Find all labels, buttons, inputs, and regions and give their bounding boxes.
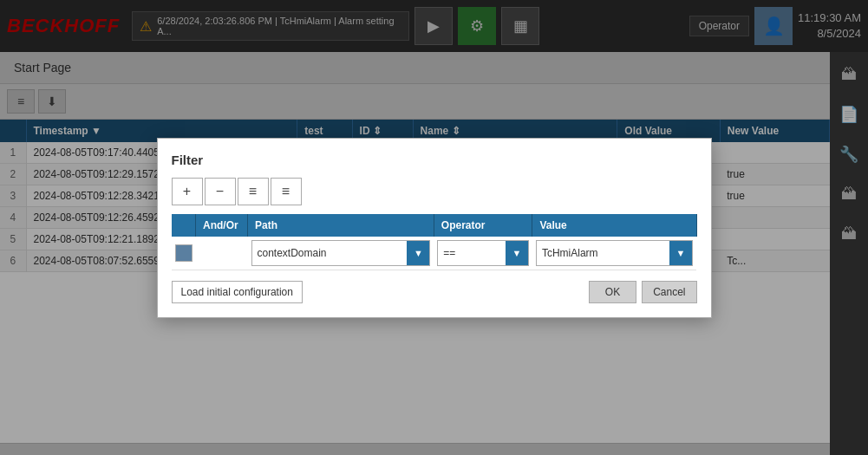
load-config-button[interactable]: Load initial configuration <box>172 281 303 303</box>
filter-dialog: Filter + − ≡ ≡ And/Or Path Operator <box>157 138 712 318</box>
filter-dialog-footer: Load initial configuration OK Cancel <box>172 281 697 303</box>
filter-color-cell <box>172 237 196 270</box>
filter-andor-cell <box>196 237 248 270</box>
filter-color-indicator <box>175 244 193 262</box>
list-icon: ≡ <box>249 184 257 199</box>
filter-col-path: Path <box>248 214 434 237</box>
minus-icon: − <box>216 184 224 199</box>
filter-option1-button[interactable]: ≡ <box>238 178 269 205</box>
list2-icon: ≡ <box>282 184 290 199</box>
filter-operator-dropdown-arrow[interactable]: ▼ <box>506 241 528 265</box>
filter-table-header-row: And/Or Path Operator Value <box>172 214 697 237</box>
filter-col-andor: And/Or <box>196 214 248 237</box>
filter-path-value: contextDomain <box>252 244 408 263</box>
filter-dialog-title: Filter <box>172 153 697 167</box>
filter-value-text: TcHmiAlarm <box>537 244 669 263</box>
filter-value-cell: TcHmiAlarm ▼ <box>532 237 696 270</box>
filter-row: contextDomain ▼ == ▼ TcHmiAlarm ▼ <box>172 237 697 270</box>
filter-dialog-toolbar: + − ≡ ≡ <box>172 178 697 205</box>
plus-icon: + <box>183 184 191 199</box>
cancel-button[interactable]: Cancel <box>642 281 696 303</box>
filter-operator-cell: == ▼ <box>434 237 532 270</box>
add-filter-button[interactable]: + <box>172 178 203 205</box>
remove-filter-button[interactable]: − <box>205 178 236 205</box>
footer-action-buttons: OK Cancel <box>589 281 697 303</box>
filter-path-select[interactable]: contextDomain ▼ <box>251 240 431 266</box>
filter-path-dropdown-arrow[interactable]: ▼ <box>407 241 429 265</box>
modal-overlay: Filter + − ≡ ≡ And/Or Path Operator <box>0 0 868 455</box>
filter-operator-value: == <box>438 244 506 263</box>
filter-operator-select[interactable]: == ▼ <box>437 240 529 266</box>
filter-value-select[interactable]: TcHmiAlarm ▼ <box>536 240 693 266</box>
filter-col-color <box>172 214 196 237</box>
filter-path-cell: contextDomain ▼ <box>248 237 434 270</box>
filter-option2-button[interactable]: ≡ <box>271 178 302 205</box>
filter-col-value: Value <box>532 214 696 237</box>
filter-table: And/Or Path Operator Value contextDomain <box>172 214 697 270</box>
filter-col-operator: Operator <box>434 214 532 237</box>
ok-button[interactable]: OK <box>589 281 636 303</box>
filter-value-dropdown-arrow[interactable]: ▼ <box>669 241 692 265</box>
